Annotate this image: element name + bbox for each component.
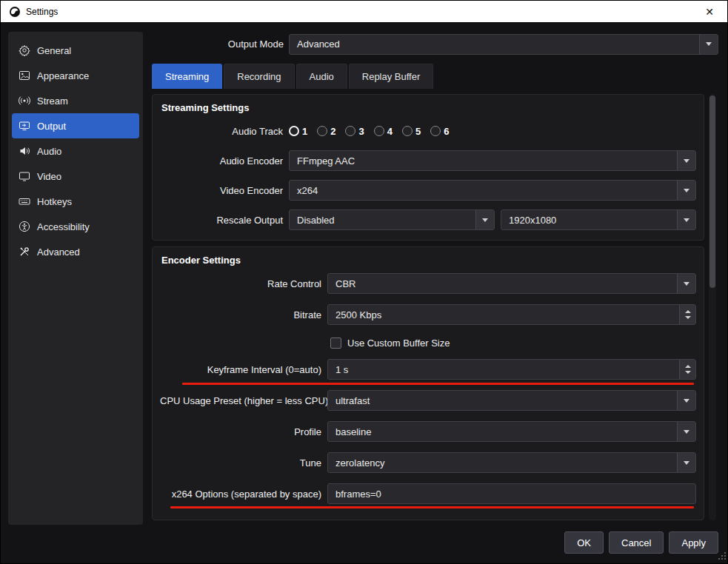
audio-track-radio-2[interactable]: 2 [317, 126, 335, 137]
audio-track-radio-5[interactable]: 5 [402, 126, 421, 137]
rate-control-select[interactable]: CBR [327, 273, 696, 294]
sidebar-item-stream[interactable]: Stream [12, 88, 139, 113]
sidebar-item-label: Video [37, 171, 61, 182]
resize-grip[interactable] [718, 551, 726, 562]
radio-icon [402, 126, 413, 136]
sidebar-item-label: Stream [37, 95, 68, 107]
titlebar: Settings ✕ [1, 1, 727, 23]
scrollbar-thumb[interactable] [709, 95, 715, 288]
sidebar-item-label: Advanced [37, 246, 80, 258]
output-mode-select[interactable]: Advanced [289, 34, 718, 55]
sidebar-item-advanced[interactable]: Advanced [12, 239, 139, 264]
audio-encoder-label: Audio Encoder [160, 155, 289, 167]
sidebar-item-audio[interactable]: Audio [12, 138, 139, 164]
audio-track-radio-group: 1 2 3 4 5 6 [289, 126, 449, 137]
ok-button[interactable]: OK [564, 531, 604, 554]
close-button[interactable]: ✕ [699, 6, 720, 18]
sidebar-item-label: Audio [37, 146, 61, 157]
main-panel: Output Mode Advanced Streaming Recording… [152, 23, 720, 564]
sidebar-item-accessibility[interactable]: Accessibility [12, 214, 139, 239]
cpu-preset-label: CPU Usage Preset (higher = less CPU) [160, 395, 327, 406]
rescale-resolution-select[interactable]: 1920x1080 [501, 209, 696, 230]
video-encoder-select[interactable]: x264 [289, 180, 696, 201]
keyframe-interval-spinner[interactable]: 1 s [327, 359, 696, 380]
group-title: Encoder Settings [160, 252, 696, 273]
apply-button[interactable]: Apply [669, 531, 718, 554]
audio-track-radio-6[interactable]: 6 [430, 126, 449, 137]
use-custom-buffer-checkbox[interactable] [330, 338, 341, 349]
radio-icon [345, 126, 355, 136]
audio-track-radio-3[interactable]: 3 [345, 126, 364, 137]
output-mode-label: Output Mode [152, 38, 284, 50]
radio-icon [430, 126, 441, 136]
sidebar-item-output[interactable]: Output [12, 113, 139, 138]
spinner-buttons[interactable] [679, 305, 695, 324]
tab-audio[interactable]: Audio [296, 64, 347, 89]
tune-select[interactable]: zerolatency [327, 452, 696, 473]
radio-icon [374, 126, 384, 136]
tab-streaming[interactable]: Streaming [152, 64, 222, 89]
profile-label: Profile [160, 426, 327, 437]
sidebar-item-video[interactable]: Video [12, 164, 139, 189]
annotation-underline-x264 [170, 506, 694, 508]
annotation-underline-keyframe [182, 383, 694, 385]
rescale-fields: Disabled 1920x1080 [289, 209, 696, 230]
cpu-preset-row: CPU Usage Preset (higher = less CPU) ult… [160, 390, 696, 411]
rescale-output-select[interactable]: Disabled [289, 209, 495, 230]
settings-window: Settings ✕ General Appearance Stream Out… [0, 0, 728, 564]
sidebar-item-label: Hotkeys [37, 196, 72, 207]
cpu-preset-select[interactable]: ultrafast [327, 390, 696, 411]
tune-row: Tune zerolatency [160, 452, 696, 473]
sidebar-item-hotkeys[interactable]: Hotkeys [12, 189, 139, 214]
accessibility-person-icon [18, 221, 30, 233]
audio-track-label: Audio Track [160, 126, 289, 137]
spinner-buttons[interactable] [679, 360, 695, 379]
sidebar-item-general[interactable]: General [12, 38, 139, 63]
output-tabs: Streaming Recording Audio Replay Buffer [152, 64, 433, 89]
output-mode-row: Output Mode Advanced [152, 33, 718, 55]
cancel-button[interactable]: Cancel [609, 531, 664, 554]
keyframe-interval-label: Keyframe Interval (0=auto) [160, 364, 327, 375]
bitrate-spinner[interactable]: 2500 Kbps [327, 304, 696, 325]
x264-options-input[interactable] [327, 483, 696, 504]
sidebar-item-appearance[interactable]: Appearance [12, 63, 139, 88]
audio-track-radio-1[interactable]: 1 [289, 126, 307, 137]
vertical-scrollbar[interactable] [709, 94, 716, 520]
audio-track-row: Audio Track 1 2 3 4 5 6 [160, 121, 696, 141]
keyboard-icon [18, 195, 30, 208]
chevron-down-icon [677, 210, 695, 229]
chevron-down-icon [699, 35, 718, 54]
tab-replay-buffer[interactable]: Replay Buffer [349, 64, 434, 89]
image-icon [18, 70, 30, 82]
chevron-down-icon [677, 274, 695, 293]
settings-sidebar: General Appearance Stream Output Audio V… [8, 32, 143, 525]
tune-label: Tune [160, 457, 327, 469]
chevron-down-icon [677, 422, 695, 441]
output-monitor-icon [18, 120, 30, 132]
chevron-down-icon [677, 181, 695, 200]
chevron-down-icon [475, 210, 494, 229]
tab-recording[interactable]: Recording [224, 64, 294, 89]
sidebar-item-label: Output [37, 121, 66, 132]
rate-control-label: Rate Control [160, 278, 327, 289]
broadcast-icon [18, 95, 30, 107]
speaker-icon [18, 145, 30, 158]
streaming-settings-group: Streaming Settings Audio Track 1 2 3 4 5… [152, 94, 704, 241]
audio-encoder-select[interactable]: FFmpeg AAC [289, 150, 696, 171]
tools-icon [18, 246, 30, 258]
rescale-output-label: Rescale Output [160, 215, 289, 226]
rate-control-row: Rate Control CBR [160, 273, 696, 294]
profile-select[interactable]: baseline [327, 421, 696, 442]
audio-track-radio-4[interactable]: 4 [374, 126, 393, 137]
bitrate-row: Bitrate 2500 Kbps [160, 304, 696, 325]
window-body: General Appearance Stream Output Audio V… [1, 23, 727, 563]
keyframe-interval-row: Keyframe Interval (0=auto) 1 s [160, 359, 696, 380]
window-title: Settings [26, 7, 58, 17]
sidebar-item-label: General [37, 45, 71, 56]
radio-icon [317, 126, 327, 136]
x264-options-row: x264 Options (separated by space) [160, 483, 696, 504]
tab-content: Streaming Settings Audio Track 1 2 3 4 5… [152, 94, 704, 526]
radio-selected-icon [289, 126, 299, 136]
custom-buffer-row: Use Custom Buffer Size [330, 335, 696, 350]
dialog-buttons: OK Cancel Apply [564, 531, 718, 554]
